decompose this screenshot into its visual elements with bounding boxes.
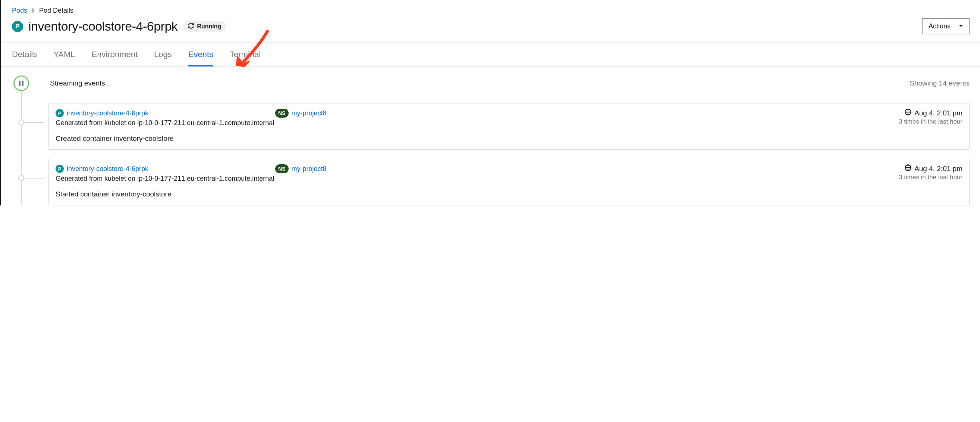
caret-down-icon (959, 22, 963, 30)
tab-terminal[interactable]: Terminal (230, 43, 261, 67)
sync-icon (188, 23, 194, 30)
pod-resource-badge: P (56, 109, 64, 117)
pause-stream-button[interactable] (13, 75, 29, 91)
pod-resource-badge: P (56, 165, 64, 173)
event-source: Generated from kubelet on ip-10-0-177-21… (56, 175, 899, 182)
timeline-node (18, 175, 24, 181)
tabs: Details YAML Environment Logs Events Ter… (2, 43, 980, 67)
event-item: P inventory-coolstore-4-6prpk NS my-proj… (22, 159, 970, 205)
chevron-right-icon (32, 8, 35, 14)
tab-details[interactable]: Details (12, 43, 37, 67)
tab-environment[interactable]: Environment (92, 43, 138, 67)
namespace-badge: NS (275, 164, 288, 173)
globe-icon (905, 109, 912, 117)
event-pod-link[interactable]: inventory-coolstore-4-6prpk (67, 109, 148, 117)
event-repeat: 3 times in the last hour (899, 174, 963, 181)
event-repeat: 3 times in the last hour (899, 118, 963, 125)
pod-resource-badge: P (12, 21, 23, 32)
tab-logs[interactable]: Logs (154, 43, 172, 67)
globe-icon (905, 164, 912, 173)
event-card: P inventory-coolstore-4-6prpk NS my-proj… (48, 103, 970, 150)
event-namespace-link[interactable]: my-project8 (292, 109, 327, 117)
timeline-connector (24, 178, 44, 179)
event-message: Created container inventory-coolstore (56, 134, 963, 143)
status-label: Running (197, 23, 221, 30)
namespace-badge: NS (275, 109, 288, 118)
event-message: Started container inventory-coolstore (56, 190, 963, 198)
event-source: Generated from kubelet on ip-10-0-177-21… (56, 119, 899, 127)
tab-events[interactable]: Events (188, 43, 213, 67)
event-card: P inventory-coolstore-4-6prpk NS my-proj… (48, 159, 970, 205)
event-namespace-link[interactable]: my-project8 (292, 165, 327, 173)
breadcrumb: Pods Pod Details (2, 0, 980, 14)
events-timeline: P inventory-coolstore-4-6prpk NS my-proj… (21, 91, 970, 205)
streaming-label: Streaming events... (50, 79, 889, 87)
timeline-node (18, 120, 24, 125)
event-item: P inventory-coolstore-4-6prpk NS my-proj… (22, 103, 970, 150)
actions-button[interactable]: Actions (922, 18, 970, 34)
event-timestamp: Aug 4, 2:01 pm (914, 165, 963, 173)
status-badge: Running (183, 21, 226, 32)
actions-label: Actions (929, 22, 951, 30)
page-title: inventory-coolstore-4-6prpk (28, 19, 178, 34)
event-count-label: Showing 14 events (910, 79, 970, 87)
breadcrumb-current: Pod Details (39, 7, 73, 14)
pause-icon (19, 81, 24, 86)
event-pod-link[interactable]: inventory-coolstore-4-6prpk (67, 165, 148, 173)
event-timestamp: Aug 4, 2:01 pm (914, 109, 963, 117)
timeline-connector (24, 122, 44, 123)
breadcrumb-parent-link[interactable]: Pods (12, 7, 27, 14)
tab-yaml[interactable]: YAML (53, 43, 75, 67)
